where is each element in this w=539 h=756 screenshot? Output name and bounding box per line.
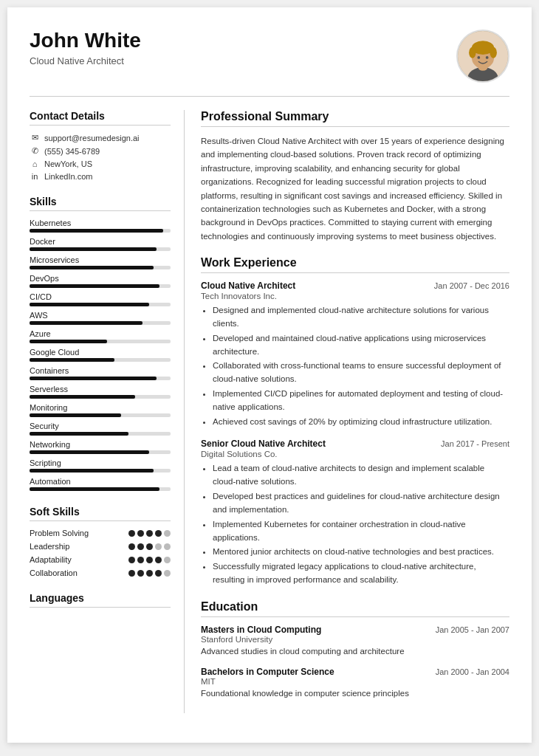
skill-bar-bg: [30, 395, 171, 399]
skill-name: Google Cloud: [30, 348, 171, 357]
skill-bar-fill: [30, 487, 159, 491]
soft-skill-name: Adaptability: [30, 555, 72, 564]
contact-text: (555) 345-6789: [44, 147, 100, 156]
soft-skill-item: Adaptability: [30, 555, 171, 564]
soft-skills-list: Problem SolvingLeadershipAdaptabilityCol…: [30, 529, 171, 577]
edu-description: Foundational knowledge in computer scien…: [201, 687, 509, 700]
svg-point-8: [486, 56, 489, 59]
skill-bar-bg: [30, 432, 171, 436]
job-bullet: Successfully migrated legacy application…: [213, 560, 509, 587]
resume-page: John White Cloud Native Architect: [7, 7, 532, 743]
linkedin-icon: in: [30, 172, 40, 181]
contact-section: Contact Details ✉ support@resumedesign.a…: [30, 110, 171, 181]
contact-section-title: Contact Details: [30, 110, 171, 126]
skill-bar-fill: [30, 340, 107, 343]
skill-bar-fill: [30, 469, 154, 472]
skill-bar-bg: [30, 303, 171, 306]
soft-skill-dots: [128, 543, 171, 550]
edu-dates: Jan 2000 - Jan 2004: [436, 667, 509, 676]
contact-text: support@resumedesign.ai: [44, 134, 140, 142]
skill-bar-bg: [30, 413, 171, 417]
dot: [137, 543, 144, 550]
skill-bar-fill: [30, 450, 149, 454]
skill-bar-bg: [30, 247, 171, 251]
edu-block: Masters in Cloud Computing Jan 2005 - Ja…: [201, 625, 509, 658]
body-layout: Contact Details ✉ support@resumedesign.a…: [30, 110, 509, 713]
skill-bar-bg: [30, 340, 171, 343]
contact-list: ✉ support@resumedesign.ai ✆ (555) 345-67…: [30, 133, 171, 181]
skill-bar-fill: [30, 377, 157, 380]
skill-bar-fill: [30, 358, 114, 362]
svg-point-6: [490, 47, 496, 58]
dot: [146, 570, 153, 577]
phone-icon: ✆: [30, 146, 40, 156]
dot: [146, 557, 153, 563]
dot: [128, 543, 135, 550]
soft-skill-name: Leadership: [30, 542, 69, 551]
skill-item: Docker: [30, 237, 171, 251]
skill-bar-bg: [30, 358, 171, 362]
skill-item: DevOps: [30, 274, 171, 288]
skills-section-title: Skills: [30, 196, 171, 211]
header: John White Cloud Native Architect: [30, 30, 509, 97]
sidebar: Contact Details ✉ support@resumedesign.a…: [30, 110, 185, 713]
contact-text: NewYork, US: [44, 159, 92, 168]
work-title: Work Experience: [201, 256, 509, 273]
header-left: John White Cloud Native Architect: [30, 30, 141, 66]
jobs-list: Cloud Native Architect Jan 2007 - Dec 20…: [201, 281, 509, 587]
skill-name: Azure: [30, 329, 171, 338]
skill-item: CI/CD: [30, 292, 171, 306]
skill-name: Networking: [30, 440, 171, 449]
skill-bar-fill: [30, 266, 154, 269]
soft-skills-section: Soft Skills Problem SolvingLeadershipAda…: [30, 506, 171, 577]
header-title: Cloud Native Architect: [30, 55, 141, 66]
dot: [128, 530, 135, 537]
skill-bar-bg: [30, 321, 171, 325]
dot: [155, 530, 162, 537]
languages-section-title: Languages: [30, 592, 171, 608]
skill-bar-fill: [30, 395, 135, 399]
edu-degree: Masters in Cloud Computing: [201, 625, 321, 635]
skill-item: Monitoring: [30, 403, 171, 417]
contact-item: ⌂ NewYork, US: [30, 159, 171, 168]
skill-name: Scripting: [30, 458, 171, 467]
job-block: Cloud Native Architect Jan 2007 - Dec 20…: [201, 281, 509, 428]
edu-list: Masters in Cloud Computing Jan 2005 - Ja…: [201, 625, 509, 701]
address-icon: ⌂: [30, 159, 40, 168]
skill-bar-fill: [30, 432, 128, 436]
skill-name: Serverless: [30, 385, 171, 394]
job-company: Tech Innovators Inc.: [201, 292, 509, 300]
skill-name: AWS: [30, 311, 171, 320]
skill-bar-bg: [30, 284, 171, 288]
soft-skill-name: Problem Solving: [30, 529, 89, 537]
job-bullet: Designed and implemented cloud-native ar…: [213, 304, 509, 331]
skills-section: Skills Kubernetes Docker Microservices D…: [30, 196, 171, 491]
dot: [128, 570, 135, 577]
education-section: Education Masters in Cloud Computing Jan…: [201, 600, 509, 701]
avatar-image: [458, 30, 508, 83]
edu-description: Advanced studies in cloud computing and …: [201, 645, 509, 658]
languages-section: Languages: [30, 592, 171, 608]
dot: [137, 557, 144, 563]
skill-bar-bg: [30, 469, 171, 472]
skill-item: Kubernetes: [30, 219, 171, 233]
job-bullet: Implemented CI/CD pipelines for automate…: [213, 388, 509, 414]
svg-point-7: [477, 56, 480, 59]
skill-item: Automation: [30, 477, 171, 491]
edu-school: MIT: [201, 677, 509, 686]
skill-name: Microservices: [30, 255, 171, 264]
dot: [137, 530, 144, 537]
job-bullet: Implemented Kubernetes for container orc…: [213, 518, 509, 545]
skill-bar-bg: [30, 377, 171, 380]
job-block: Senior Cloud Native Architect Jan 2017 -…: [201, 439, 509, 586]
summary-section: Professional Summary Results-driven Clou…: [201, 110, 509, 243]
contact-text: LinkedIn.com: [44, 172, 92, 181]
svg-point-5: [469, 47, 476, 58]
skill-bar-bg: [30, 229, 171, 233]
job-company: Digital Solutions Co.: [201, 450, 509, 458]
skills-list: Kubernetes Docker Microservices DevOps C…: [30, 219, 171, 491]
soft-skill-dots: [128, 557, 171, 563]
edu-header: Masters in Cloud Computing Jan 2005 - Ja…: [201, 625, 509, 635]
skill-bar-fill: [30, 284, 159, 288]
dot: [155, 570, 162, 577]
